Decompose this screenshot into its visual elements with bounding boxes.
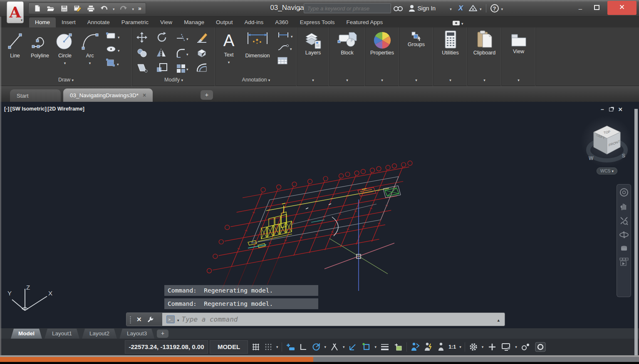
coordinates-display[interactable]: -22573.24, -13192.08, 0.00 [125,340,208,354]
window-minimize-button[interactable]: – [577,5,584,12]
sign-in-dropdown[interactable] [450,5,452,12]
polyline-button[interactable]: Polyline [27,27,52,69]
layout-tab-layout2[interactable]: Layout2 [82,329,117,339]
ribbon-display-toggle[interactable] [453,19,463,27]
rectangle-dropdown[interactable] [118,33,120,40]
array-button[interactable] [176,62,196,75]
file-tab-start[interactable]: Start [10,89,61,102]
view-control[interactable]: [SW Isometric] [10,106,47,112]
save-button[interactable] [59,4,69,13]
window-close-button[interactable]: ✕ [607,1,637,15]
drawing-minimize-button[interactable]: – [601,106,604,113]
ellipse-button[interactable] [106,45,116,54]
tab-manage[interactable]: Manage [178,17,210,27]
move-button[interactable] [136,32,156,45]
ortho-mode-toggle[interactable] [297,340,310,354]
object-snap-tracking-toggle[interactable] [347,340,360,354]
line-button[interactable]: Line [2,27,27,69]
trim-button[interactable] [176,32,196,45]
orbit-icon[interactable] [619,231,629,239]
tab-output[interactable]: Output [210,17,239,27]
draw-panel-title[interactable]: Draw [0,77,132,85]
command-input[interactable] [182,315,495,323]
new-file-button[interactable] [33,4,42,13]
new-drawing-tab-button[interactable]: + [201,90,213,100]
help-dropdown[interactable] [501,5,503,12]
lineweight-toggle[interactable] [378,340,391,354]
copy-button[interactable] [136,47,156,60]
viewcube-south[interactable]: S [622,153,625,159]
search-button[interactable] [394,5,403,12]
rectangle-button[interactable] [106,32,116,42]
rotate-button[interactable] [156,32,176,45]
hardware-acceleration-button[interactable] [499,340,513,354]
panel-layers[interactable]: Layers [297,27,329,86]
tab-parametric[interactable]: Parametric [116,17,154,27]
sign-in-button[interactable]: Sign In [418,5,436,12]
wcs-menu[interactable]: WCS [597,167,617,175]
recent-commands-icon[interactable]: >_ [166,315,175,323]
motion-thumbnails-icon[interactable] [619,257,629,266]
annotation-scale-value[interactable]: 1:1 [447,340,458,354]
circle-button[interactable]: Circle [52,27,77,69]
open-file-button[interactable] [46,4,55,13]
drawing-close-button[interactable]: ✕ [618,106,623,113]
text-button[interactable]: A Text [218,27,240,66]
isometric-drafting-toggle[interactable] [328,340,341,354]
trim-dropdown[interactable] [186,34,188,42]
clipboard-panel-caret[interactable] [483,77,485,83]
leader-button[interactable] [277,44,289,53]
snap-dropdown[interactable] [275,340,280,354]
layers-panel-caret[interactable] [312,77,314,83]
save-as-button[interactable] [73,4,82,13]
viewport-menu-control[interactable]: [-] [4,106,10,112]
block-panel-caret[interactable] [346,77,348,83]
plot-button[interactable] [86,4,95,13]
file-tab-active-drawing[interactable]: 03_NavigatingDrawings3D* × [63,89,153,102]
annotation-monitor-plus[interactable] [485,340,499,354]
navigation-wheel-icon[interactable] [619,188,629,197]
tab-add-ins[interactable]: Add-ins [238,17,269,27]
array-dropdown[interactable] [186,65,188,72]
tab-express-tools[interactable]: Express Tools [294,17,341,27]
explode-button[interactable] [196,47,215,60]
mirror-button[interactable] [156,47,176,60]
tab-a360[interactable]: A360 [269,17,294,27]
panel-view[interactable]: View [502,27,536,86]
offset-button[interactable] [196,62,215,75]
annotation-visibility-toggle[interactable] [409,340,422,354]
exchange-apps-icon[interactable]: X [458,4,463,12]
tab-home[interactable]: Home [29,17,56,27]
panel-clipboard[interactable]: Clipboard [468,27,502,86]
search-input[interactable] [304,3,391,13]
command-expand-caret[interactable] [497,316,500,323]
undo-button[interactable] [99,4,109,13]
panel-properties[interactable]: Properties [365,27,399,86]
hardware-dropdown[interactable] [513,340,519,354]
groups-panel-caret[interactable] [415,77,417,83]
stretch-button[interactable] [136,62,156,75]
polar-tracking-toggle[interactable] [310,340,323,354]
layout-tab-layout1[interactable]: Layout1 [45,329,79,339]
fillet-dropdown[interactable] [186,50,188,57]
annotation-panel-title[interactable]: Annotation [215,77,297,85]
layout-tab-layout3[interactable]: Layout3 [119,329,154,339]
circle-dropdown[interactable] [64,59,66,66]
panel-utilities[interactable]: Utilities [433,27,468,86]
snap-mode-toggle[interactable] [262,340,275,354]
tab-featured-apps[interactable]: Featured Apps [341,17,389,27]
workspace-switching-button[interactable] [467,340,480,354]
erase-button[interactable] [196,32,215,45]
hatch-dropdown[interactable] [117,60,119,67]
pan-hand-icon[interactable] [620,202,628,211]
leader-dropdown[interactable] [290,44,292,52]
grid-display-toggle[interactable] [250,340,262,354]
visual-style-control[interactable]: [2D Wireframe] [47,106,84,112]
new-layout-button[interactable]: + [157,330,168,338]
tab-view[interactable]: View [154,17,178,27]
viewcube-west[interactable]: W [589,155,594,161]
window-maximize-button[interactable] [594,5,599,10]
workspace-dropdown[interactable] [480,340,485,354]
command-input-area[interactable]: >_ [162,313,505,326]
selection-cycling-toggle[interactable] [391,340,405,354]
